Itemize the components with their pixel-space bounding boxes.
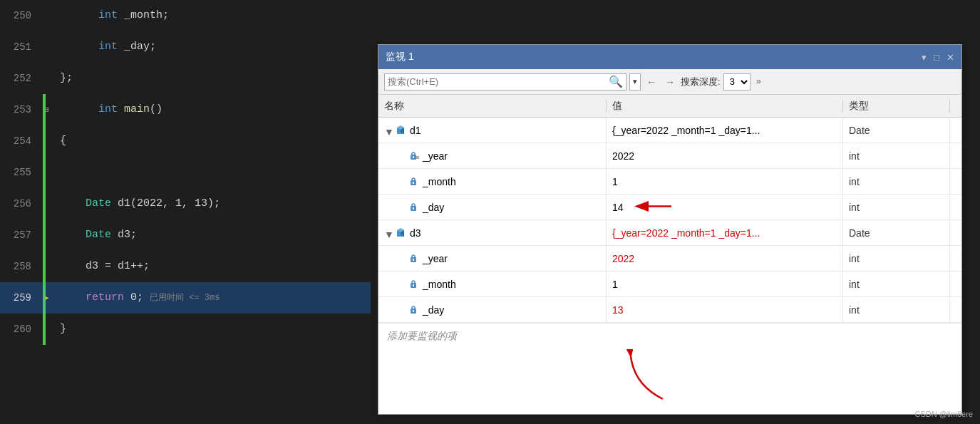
watch-title: 监视 1 [386,51,922,63]
var-name: _day [423,304,444,316]
table-row[interactable]: ▼ d3 {_year=2022 _month=1 _day=1... Date [378,220,961,246]
cell-type: int [843,246,950,271]
var-value: 1 [612,279,618,290]
watch-titlebar: 监视 1 ▾ □ ✕ [378,45,961,69]
watch-window: 监视 1 ▾ □ ✕ 🔍 ▾ ← → 搜索深度: 3 1 2 4 5 » 名称 … [378,44,962,415]
svg-rect-9 [412,178,415,181]
table-row: _month 1 int [378,169,961,195]
table-row: _year 2022 int [378,246,961,272]
code-line-255: 255 [0,157,371,188]
col-type: 类型 [843,100,950,113]
watermark: CSDN @lim6ere [915,410,973,418]
code-line-254: 254 { [0,125,371,157]
watch-close-icon[interactable]: ✕ [947,52,954,63]
var-name: _year [423,150,448,162]
cell-value: 1 [607,272,843,296]
cell-value: {_year=2022 _month=1 _day=1... [607,118,843,143]
var-name: _year [423,253,448,264]
table-header: 名称 值 类型 [378,95,961,118]
var-name: d1 [410,125,421,136]
var-value: 13 [612,304,624,316]
search-dropdown-btn[interactable]: ▾ [629,73,641,91]
cell-type: int [843,297,950,322]
watch-pin-icon[interactable]: ▾ [922,52,927,63]
code-line-251: 251 int _day; [0,31,371,63]
search-input[interactable] [388,76,609,87]
svg-rect-23 [412,281,415,284]
code-line-260: 260 } [0,314,371,345]
code-editor: 250 int _month; 251 int _day; 252 }; 253… [0,0,371,424]
line-number: 252 [0,63,43,94]
cube-icon [396,227,407,239]
cell-type: int [843,195,950,219]
line-number: 255 [0,157,43,188]
add-item-row[interactable]: 添加要监视的项 [378,323,961,348]
code-content: { [54,125,371,157]
svg-rect-5 [413,156,414,158]
cell-name: ▼ d1 [378,118,607,143]
var-value: 2022 [612,150,634,162]
lock-cube-icon [410,254,420,264]
code-line-253: 253 ⊟ int main() [0,94,371,125]
cell-name: _day [378,195,607,219]
svg-rect-10 [413,182,414,184]
cell-type: int [843,143,950,168]
code-content: Date d3; [54,219,371,251]
svg-text:i: i [417,156,418,160]
code-line-256: 256 Date d1(2022, 1, 13); [0,188,371,219]
var-name: d3 [410,227,421,239]
search-icon[interactable]: 🔍 [609,75,623,89]
watch-toolbar: 🔍 ▾ ← → 搜索深度: 3 1 2 4 5 » [378,69,961,95]
lock-cube-icon [410,177,420,187]
code-content: } [54,314,371,345]
arrow-annotation [632,197,675,214]
line-number: 259 [0,282,43,314]
lock-cube-icon: i [410,151,420,161]
code-line-259: 259 ▶ return 0; 已用时间 <= 3ms [0,282,371,314]
line-number: 254 [0,125,43,157]
table-row: _month 1 int [378,272,961,297]
var-value: {_year=2022 _month=1 _day=1... [612,125,760,136]
cell-value: 1 [607,169,843,194]
cell-name: _day [378,297,607,322]
line-number: 250 [0,0,43,31]
depth-select[interactable]: 3 1 2 4 5 [723,73,751,91]
cell-name: _month [378,169,607,194]
cell-type: int [843,272,950,296]
more-btn[interactable]: » [753,76,764,88]
line-number: 260 [0,314,43,345]
cell-name: i _year [378,143,607,168]
line-number: 253 [0,94,43,125]
line-number: 257 [0,219,43,251]
cell-value: 2022 [607,143,843,168]
cell-value: 2022 [607,246,843,271]
svg-rect-27 [413,310,414,312]
nav-forward-btn[interactable]: → [662,75,678,89]
var-name: _month [423,176,456,187]
depth-label: 搜索深度: [681,76,721,88]
cell-type: int [843,169,950,194]
table-row[interactable]: ▼ d1 {_year=2022 _month=1 _day=1... Date [378,118,961,143]
col-value: 值 [607,100,843,113]
table-row: _day 13 int [378,297,961,323]
expand-icon[interactable]: ▼ [384,229,393,237]
nav-back-btn[interactable]: ← [644,75,659,89]
expand-icon[interactable]: ▼ [384,126,393,135]
var-name: _day [423,202,444,213]
watch-restore-icon[interactable]: □ [934,52,939,63]
table-row: i _year 2022 int [378,143,961,169]
cell-name: ▼ d3 [378,220,607,245]
svg-rect-12 [412,204,415,207]
table-row: _day 14 int [378,195,961,220]
var-value: {_year=2022 _month=1 _day=1... [612,227,760,239]
cell-value: 14 [607,195,843,219]
svg-rect-21 [413,259,414,261]
var-value: 1 [612,176,618,187]
add-item-text: 添加要监视的项 [387,330,457,343]
lock-cube-icon [410,202,420,212]
code-content: return 0; 已用时间 <= 3ms [54,282,371,314]
svg-rect-24 [413,284,414,286]
search-box[interactable]: 🔍 [384,73,626,91]
line-number: 256 [0,188,43,219]
svg-rect-13 [413,207,414,210]
